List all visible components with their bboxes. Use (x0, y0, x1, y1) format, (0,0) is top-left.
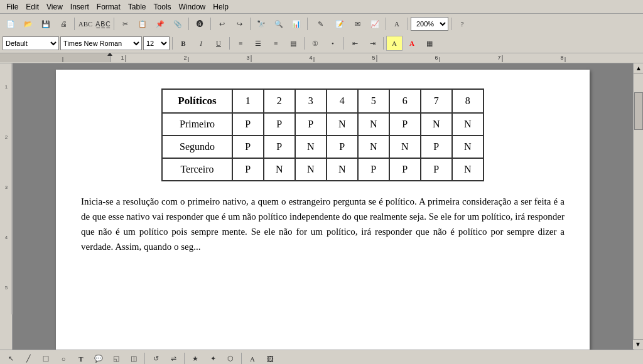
menu-file[interactable]: File (3, 1, 22, 13)
scroll-thumb[interactable] (634, 92, 643, 130)
col-header-1: 1 (232, 89, 264, 113)
menu-help[interactable]: Help (209, 1, 232, 13)
help-button[interactable]: ? (454, 16, 470, 31)
menu-view[interactable]: View (43, 1, 67, 13)
main-area: 1 2 3 4 5 Políticos 1 2 3 4 5 6 7 8 (0, 63, 643, 350)
col-header-6: 6 (389, 89, 421, 113)
sep6 (307, 18, 308, 30)
open-button[interactable]: 📂 (20, 16, 36, 31)
ruler-svg: 1 2 3 4 5 6 7 8 (0, 53, 643, 62)
indent-inc-button[interactable]: ⇥ (364, 36, 381, 51)
sep14 (383, 37, 384, 50)
cell-p2-3: N (295, 136, 327, 158)
svg-text:4: 4 (5, 235, 8, 240)
italic-button[interactable]: I (193, 36, 209, 51)
table-row-terceiro: Terceiro P N N N P P P N (162, 158, 483, 181)
copy-button[interactable]: 📋 (134, 16, 151, 31)
scroll-up-button[interactable]: ▲ (634, 63, 643, 73)
toolbar-row1: 📄 📂 💾 🖨 ABC A̲B̲C̲ ✂ 📋 📌 📎 🅐 ↩ ↪ 🔭 🔍 📊 ✎… (0, 14, 643, 34)
rect-tool[interactable]: □ (38, 351, 54, 365)
bold-button[interactable]: B (175, 36, 192, 51)
zoom-select[interactable]: 200% (411, 17, 448, 31)
paste-button[interactable]: 📌 (152, 16, 168, 31)
undo-button[interactable]: ↩ (213, 16, 230, 31)
new-button[interactable]: 📄 (3, 16, 19, 31)
line-tool[interactable]: ╱ (20, 351, 36, 365)
menu-table[interactable]: Table (124, 1, 150, 13)
chart-button[interactable]: 📈 (367, 16, 383, 31)
toolbar-area: 📄 📂 💾 🖨 ABC A̲B̲C̲ ✂ 📋 📌 📎 🅐 ↩ ↪ 🔭 🔍 📊 ✎… (0, 14, 643, 53)
bullets-button[interactable]: • (325, 36, 341, 51)
col-header-politicos: Políticos (162, 89, 232, 113)
cell-p3-7: P (421, 158, 452, 181)
right-scrollbar[interactable]: ▲ ▼ (633, 63, 643, 350)
spellcheck-button[interactable]: ABC (77, 16, 94, 31)
svg-text:2: 2 (5, 134, 8, 140)
redo-button[interactable]: ↪ (231, 16, 247, 31)
format-button[interactable]: 🅐 (192, 16, 208, 31)
flow-tool[interactable]: ⬡ (222, 351, 239, 365)
highlight-button[interactable]: A (386, 36, 403, 51)
content-table: Políticos 1 2 3 4 5 6 7 8 Primeiro P P P… (161, 88, 484, 181)
size-select[interactable]: 12 (143, 36, 170, 50)
callout-tool[interactable]: 💬 (90, 351, 107, 365)
bottom-toolbar: ↖ ╱ □ ○ T 💬 ◱ ◫ ↺ ⇌ ★ ✦ ⬡ A 🖼 (0, 350, 643, 364)
svg-text:1: 1 (121, 55, 124, 61)
align-left-button[interactable]: ≡ (232, 36, 249, 51)
flip-tool[interactable]: ⇌ (165, 351, 181, 365)
cell-p3-2: N (264, 158, 295, 181)
rotate-tool[interactable]: ↺ (148, 351, 164, 365)
font-select[interactable]: Times New Roman (60, 36, 142, 50)
underline-button[interactable]: U (210, 36, 227, 51)
save2-button[interactable]: 🖨 (55, 16, 72, 31)
cut-button[interactable]: ✂ (117, 16, 133, 31)
align-center-button[interactable]: ☰ (250, 36, 266, 51)
text-tool[interactable]: T (73, 351, 89, 365)
menu-edit[interactable]: Edit (22, 1, 43, 13)
menu-window[interactable]: Window (175, 1, 210, 13)
sep7 (386, 18, 386, 30)
scroll-down-button[interactable]: ▼ (633, 339, 643, 349)
select-tool[interactable]: ↖ (3, 351, 19, 365)
svg-rect-1 (0, 53, 110, 62)
svg-text:1: 1 (5, 84, 8, 90)
page: Políticos 1 2 3 4 5 6 7 8 Primeiro P P P… (56, 70, 590, 350)
page-scroll[interactable]: Políticos 1 2 3 4 5 6 7 8 Primeiro P P P… (13, 63, 633, 350)
cell-p3-6: P (389, 158, 421, 181)
pdf-button[interactable]: 📝 (332, 16, 348, 31)
insert-pic-button[interactable]: 🖼 (262, 351, 278, 365)
borders-button[interactable]: ▦ (421, 36, 438, 51)
doc-button[interactable]: 📊 (288, 16, 305, 31)
navigator-button[interactable]: 🔭 (253, 16, 269, 31)
find-button[interactable]: 🔍 (271, 16, 287, 31)
save-button[interactable]: 💾 (38, 16, 54, 31)
symbol-tool[interactable]: ✦ (205, 351, 221, 365)
sep-draw3 (241, 353, 242, 365)
sep5 (250, 18, 251, 30)
svg-text:8: 8 (560, 55, 563, 61)
edit-mode-button[interactable]: ✎ (310, 16, 330, 31)
align-right-button[interactable]: ≡ (267, 36, 284, 51)
fontcolor-button[interactable]: A (389, 16, 405, 31)
menu-tools[interactable]: Tools (150, 1, 175, 13)
sep-draw2 (184, 353, 185, 365)
indent-dec-button[interactable]: ⇤ (347, 36, 363, 51)
mail-button[interactable]: ✉ (349, 16, 365, 31)
style-select[interactable]: Default (3, 36, 59, 50)
ellipse-tool[interactable]: ○ (55, 351, 72, 365)
cell-p3-3: N (295, 158, 327, 181)
star-tool[interactable]: ★ (187, 351, 203, 365)
menu-insert[interactable]: Insert (67, 1, 93, 13)
cell-p1-8: N (452, 113, 484, 136)
numbering-button[interactable]: ① (307, 36, 323, 51)
col-header-8: 8 (452, 89, 484, 113)
align-justify-button[interactable]: ▤ (285, 36, 301, 51)
3d-tool[interactable]: ◫ (126, 351, 142, 365)
cell-p1-4: N (327, 113, 358, 136)
menu-format[interactable]: Format (93, 1, 124, 13)
fontcolor2-button[interactable]: A (404, 36, 420, 51)
fontwork-tool[interactable]: A (244, 351, 261, 365)
spellcheck2-button[interactable]: A̲B̲C̲ (95, 16, 111, 31)
shadow-tool[interactable]: ◱ (108, 351, 124, 365)
paste2-button[interactable]: 📎 (170, 16, 186, 31)
